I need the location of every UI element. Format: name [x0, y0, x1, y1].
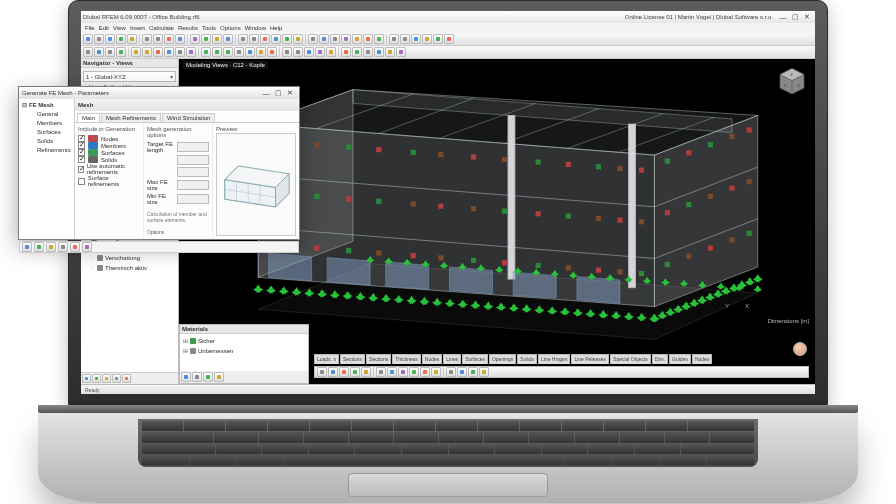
toolbar-button[interactable] — [319, 34, 329, 44]
mesh-field[interactable] — [177, 180, 210, 190]
user-avatar[interactable] — [793, 342, 807, 356]
toolbar-button[interactable] — [374, 34, 384, 44]
toolbar-button[interactable] — [122, 374, 131, 383]
toolbar-button[interactable] — [223, 47, 233, 57]
toolbar-button[interactable] — [127, 34, 137, 44]
toolbar-button[interactable] — [282, 34, 292, 44]
toolbar-button[interactable] — [350, 367, 360, 377]
tree-item[interactable]: ·Members — [21, 119, 72, 128]
toolbar-button[interactable] — [92, 374, 101, 383]
checkbox-row[interactable]: Surface refinements — [78, 175, 140, 187]
menu-options[interactable]: Options — [220, 25, 241, 31]
toolbar-button[interactable] — [468, 367, 478, 377]
toolbar-button[interactable] — [82, 374, 91, 383]
view-tab[interactable]: Line Hinges — [538, 354, 570, 364]
toolbar-button[interactable] — [256, 47, 266, 57]
toolbar-button[interactable] — [83, 34, 93, 44]
toolbar-button[interactable] — [34, 242, 44, 252]
toolbar-button[interactable] — [328, 367, 338, 377]
tree-item[interactable]: ·General — [21, 110, 72, 119]
toolbar-button[interactable] — [223, 34, 233, 44]
toolbar-button[interactable] — [164, 34, 174, 44]
toolbar-button[interactable] — [308, 34, 318, 44]
view-tab[interactable]: Openings — [489, 354, 516, 364]
toolbar-button[interactable] — [400, 34, 410, 44]
toolbar-button[interactable] — [341, 34, 351, 44]
tree-item[interactable]: ⊞Sicher — [182, 336, 306, 346]
toolbar-button[interactable] — [58, 242, 68, 252]
toolbar-button[interactable] — [203, 372, 213, 382]
toolbar-button[interactable] — [389, 34, 399, 44]
toolbar-button[interactable] — [374, 47, 384, 57]
dialog-tab-wind[interactable]: Wind Simulation — [162, 113, 215, 122]
toolbar-button[interactable] — [105, 34, 115, 44]
materials-tree[interactable]: ⊞Sicher⊞Unbemessen — [180, 334, 308, 371]
toolbar-button[interactable] — [446, 367, 456, 377]
toolbar-button[interactable] — [363, 34, 373, 44]
view-tab[interactable]: Line Releases — [571, 354, 609, 364]
checkbox-row[interactable]: Members — [78, 142, 140, 149]
toolbar-button[interactable] — [326, 47, 336, 57]
toolbar-button[interactable] — [352, 34, 362, 44]
toolbar-button[interactable] — [385, 47, 395, 57]
tree-item[interactable]: ⊞Unbemessen — [182, 346, 306, 356]
mesh-field[interactable] — [177, 167, 210, 177]
toolbar-button[interactable] — [214, 372, 224, 382]
toolbar-button[interactable] — [142, 47, 152, 57]
toolbar-button[interactable] — [212, 47, 222, 57]
dialog-tab-main[interactable]: Main — [77, 113, 100, 122]
toolbar-button[interactable] — [94, 47, 104, 57]
tree-item[interactable]: ·Verschattung — [83, 253, 176, 263]
toolbar-button[interactable] — [175, 34, 185, 44]
checkbox-row[interactable]: Solids — [78, 156, 140, 163]
toolbar-button[interactable] — [431, 367, 441, 377]
menu-calculate[interactable]: Calculate — [149, 25, 174, 31]
dialog-minimize-button[interactable]: — — [260, 87, 272, 99]
toolbar-button[interactable] — [181, 372, 191, 382]
view-tab[interactable]: Loads, x — [314, 354, 339, 364]
toolbar-button[interactable] — [201, 34, 211, 44]
toolbar-button[interactable] — [315, 47, 325, 57]
checkbox-icon[interactable] — [78, 156, 85, 163]
toolbar-button[interactable] — [131, 47, 141, 57]
toolbar-button[interactable] — [201, 47, 211, 57]
toolbar-button[interactable] — [112, 374, 121, 383]
dialog-titlebar[interactable]: Generate FE Mesh - Parameters — ▢ ✕ — [19, 87, 299, 99]
view-tab[interactable]: Thickness — [392, 354, 421, 364]
toolbar-button[interactable] — [212, 34, 222, 44]
checkbox-row[interactable]: Surfaces — [78, 149, 140, 156]
mesh-field[interactable] — [177, 194, 210, 204]
dialog-tree[interactable]: ⊟FE Mesh·General·Members·Surfaces·Solids… — [19, 99, 75, 239]
tree-item[interactable]: ·Solids — [21, 137, 72, 146]
view-tab[interactable]: Special Objects — [610, 354, 651, 364]
toolbar-button[interactable] — [190, 34, 200, 44]
close-button[interactable]: ✕ — [801, 11, 813, 23]
toolbar-button[interactable] — [175, 47, 185, 57]
toolbar-button[interactable] — [339, 367, 349, 377]
toolbar-button[interactable] — [409, 367, 419, 377]
toolbar-button[interactable] — [186, 47, 196, 57]
toolbar-button[interactable] — [153, 34, 163, 44]
dialog-close-button[interactable]: ✕ — [284, 87, 296, 99]
toolbar-button[interactable] — [398, 367, 408, 377]
toolbar-button[interactable] — [396, 47, 406, 57]
checkbox-icon[interactable] — [78, 178, 85, 185]
menu-view[interactable]: View — [113, 25, 126, 31]
minimize-button[interactable]: — — [777, 11, 789, 23]
toolbar-button[interactable] — [317, 367, 327, 377]
toolbar-button[interactable] — [94, 34, 104, 44]
toolbar-button[interactable] — [245, 47, 255, 57]
toolbar-button[interactable] — [376, 367, 386, 377]
toolbar-button[interactable] — [234, 47, 244, 57]
toolbar-button[interactable] — [70, 242, 80, 252]
checkbox-icon[interactable] — [78, 166, 84, 173]
view-selector[interactable]: 1 - Global-XYZ ▾ — [83, 71, 176, 82]
toolbar-button[interactable] — [387, 367, 397, 377]
tree-item[interactable]: ·Refinements — [21, 146, 72, 155]
toolbar-button[interactable] — [260, 34, 270, 44]
toolbar-button[interactable] — [105, 47, 115, 57]
mesh-field[interactable] — [177, 142, 210, 152]
view-tab[interactable]: Lines — [443, 354, 461, 364]
toolbar-button[interactable] — [293, 34, 303, 44]
preview-box[interactable] — [216, 133, 296, 236]
